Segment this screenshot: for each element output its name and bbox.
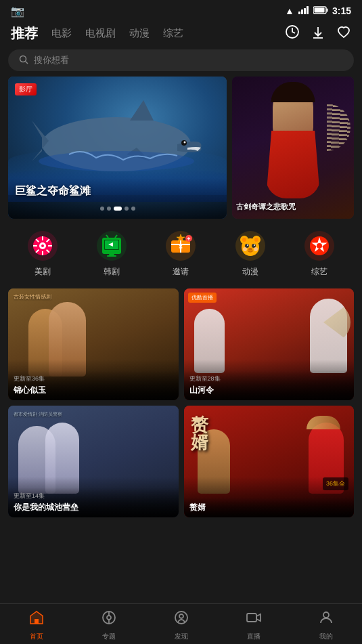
tab-tvshow[interactable]: 电视剧 [85,26,116,41]
card-shanhe-footer: 更新至28集 山河令 [184,370,355,400]
content-grid: 古装女性情感剧 更新至36集 锦心似玉 优酷首播 更新至28集 山河令 [0,283,362,523]
svg-point-55 [248,248,252,251]
nav-icons [285,24,351,43]
dot-4 [125,207,129,211]
category-kr-drama-label: 韩剧 [104,266,120,278]
mine-label: 我的 [319,632,333,641]
bottom-nav-discover[interactable]: 发现 [145,609,217,636]
category-variety-label: 综艺 [311,266,327,278]
svg-rect-0 [298,12,300,14]
svg-rect-1 [301,9,303,14]
svg-point-54 [254,244,255,246]
category-kr-drama[interactable]: 韩剧 [95,230,128,278]
svg-point-70 [323,612,329,618]
svg-point-68 [179,614,183,618]
hero-banner: 影厅 巨鲨之夺命鲨滩 [0,77,362,219]
anime-icon [234,230,267,262]
svg-point-57 [254,247,258,251]
home-icon [28,609,45,630]
category-anime[interactable]: 动漫 [234,230,267,278]
kr-drama-icon [95,230,128,262]
category-invite-label: 邀请 [173,266,189,278]
history-icon[interactable] [285,24,300,43]
status-left: 📷 [11,5,24,18]
card-zanshen-title: 赘婿 [189,502,349,513]
search-bar[interactable]: 搜你想看 [8,49,354,71]
svg-point-67 [175,611,187,624]
card-jinxin-update: 更新至36集 [14,374,173,383]
svg-rect-6 [314,7,324,12]
svg-point-51 [245,244,249,248]
bottom-navigation: 首页 专题 发现 直播 [0,603,362,644]
top-navigation: 推荐 电影 电视剧 动漫 综艺 [0,19,362,49]
hero-main-card[interactable]: 影厅 巨鲨之夺命鲨滩 [8,77,227,219]
category-invite[interactable]: ¥ + 邀请 [164,230,197,278]
card-zanshen-footer: 赘婿 [184,498,355,517]
card-jinxin-title: 锦心似玉 [14,385,173,396]
svg-point-53 [247,244,248,246]
svg-rect-3 [307,6,309,14]
tab-recommend[interactable]: 推荐 [11,23,38,44]
status-right: ▲ 3:15 [285,5,351,16]
svg-line-11 [26,61,28,64]
us-drama-icon [26,230,59,262]
bottom-nav-mine[interactable]: 我的 [290,609,362,636]
live-label: 直播 [247,632,261,641]
tab-variety[interactable]: 综艺 [163,26,183,41]
card-jinxin[interactable]: 古装女性情感剧 更新至36集 锦心似玉 [8,288,179,400]
bottom-nav-topics[interactable]: 专题 [72,609,145,636]
invite-icon: ¥ + [164,230,197,262]
svg-point-52 [252,244,256,248]
dot-5 [131,207,135,211]
hero-side-title: 古剑奇谭之悲歌咒 [236,202,350,212]
category-row: 美剧 韩剧 [0,219,362,283]
category-anime-label: 动漫 [242,266,258,278]
download-icon[interactable] [311,24,325,43]
svg-point-14 [184,142,186,144]
svg-rect-2 [304,8,306,14]
svg-point-56 [243,247,247,251]
discover-label: 发现 [175,632,188,641]
card-zanshen[interactable]: 赘婿 36集全 赘婿 [184,406,355,517]
hero-main-title: 巨鲨之夺命鲨滩 [15,184,91,198]
card-shanhe-title: 山河令 [189,385,349,396]
svg-point-64 [107,616,111,620]
category-variety[interactable]: 综艺 [303,230,336,278]
battery-icon [313,6,328,16]
dot-1 [100,207,104,211]
heart-icon[interactable] [336,24,351,43]
tab-movie[interactable]: 电影 [51,26,72,41]
tab-anime[interactable]: 动漫 [129,26,150,41]
card-shanhe[interactable]: 优酷首播 更新至28集 山河令 [184,288,355,400]
category-us-drama[interactable]: 美剧 [26,230,59,278]
search-icon [19,55,28,66]
category-us-drama-label: 美剧 [35,266,51,278]
hero-side-card[interactable]: 古剑奇谭之悲歌咒 [232,77,354,219]
camera-icon: 📷 [11,5,24,18]
hero-dots [100,207,135,211]
wifi-icon: ▲ [285,5,294,16]
time-display: 3:15 [332,5,351,16]
signal-icon [298,6,309,16]
svg-point-61 [317,243,322,249]
svg-point-20 [41,244,44,247]
topics-icon [101,609,117,630]
discover-icon [173,609,189,630]
card-chengchi-footer: 更新至14集 你是我的城池营垒 [8,488,179,517]
svg-rect-35 [109,254,114,255]
topics-label: 专题 [102,632,116,641]
svg-point-49 [242,238,246,242]
variety-icon [303,230,336,262]
bottom-nav-home[interactable]: 首页 [0,609,72,636]
svg-point-50 [254,238,258,242]
status-bar: 📷 ▲ 3:15 [0,0,362,19]
card-jinxin-footer: 更新至36集 锦心似玉 [8,370,179,400]
hero-badge: 影厅 [15,83,37,95]
card-chengchi-update: 更新至14集 [14,492,173,500]
bottom-nav-live[interactable]: 直播 [217,609,290,636]
home-label: 首页 [30,632,43,641]
svg-text:+: + [187,236,191,242]
card-chengchi[interactable]: 都市爱情剧 消防员警察 更新至14集 你是我的城池营垒 [8,406,179,517]
svg-rect-62 [35,619,39,624]
card-shanhe-update: 更新至28集 [189,374,349,383]
